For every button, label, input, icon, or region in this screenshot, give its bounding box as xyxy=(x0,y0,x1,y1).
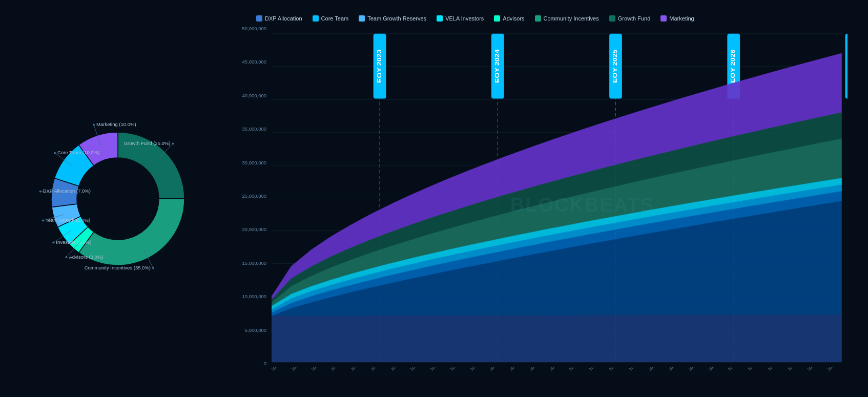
legend-color-dot xyxy=(535,15,541,22)
svg-point-1 xyxy=(172,142,174,144)
svg-point-5 xyxy=(65,256,67,258)
chart-section: DXP AllocationCore TeamTeam Growth Reser… xyxy=(231,10,848,387)
y-axis-label: 0 xyxy=(264,361,266,366)
donut-section: Growth Fund (25.0%)Community Incentives … xyxy=(20,117,215,281)
y-axis-label: 50,000,000 xyxy=(242,26,266,31)
x-axis-label: 2024-05 xyxy=(429,367,443,371)
x-axis-label: 2026-11 xyxy=(727,367,741,371)
svg-point-9 xyxy=(42,219,44,221)
x-axis-label: 2024-03 xyxy=(409,367,423,371)
x-axis-labels: 2023-012023-032023-052023-072023-092023-… xyxy=(272,367,848,387)
legend-color-dot xyxy=(313,15,319,22)
x-axis-label: 2024-07 xyxy=(449,367,463,371)
x-axis-label: 2027-01 xyxy=(747,367,761,371)
y-axis-label: 45,000,000 xyxy=(242,59,266,65)
area-chart-svg: EOY 2023EOY 2024EOY 2025EOY 2026EOY 2027 xyxy=(272,26,848,366)
legend-label: Marketing xyxy=(669,15,694,22)
legend-item: Community Incentives xyxy=(535,15,599,22)
legend-color-dot xyxy=(256,15,262,22)
donut-label: Growth Fund (25.0%) xyxy=(124,140,171,146)
svg-point-15 xyxy=(93,123,95,126)
x-axis-label: 2027-09 xyxy=(826,367,840,371)
x-axis-label: 2025-09 xyxy=(588,367,602,371)
legend-color-dot xyxy=(609,15,615,22)
legend-item: Team Growth Reserves xyxy=(359,15,426,22)
svg-text:EOY 2023: EOY 2023 xyxy=(377,49,382,83)
donut-label: Community Incentives (35.0%) xyxy=(85,265,151,270)
donut-wrapper: Growth Fund (25.0%)Community Incentives … xyxy=(36,117,200,281)
svg-text:EOY 2026: EOY 2026 xyxy=(730,49,736,83)
x-axis-label: 2026-09 xyxy=(708,367,721,371)
y-axis-label: 20,000,000 xyxy=(242,226,266,232)
legend-color-dot xyxy=(494,15,500,22)
x-axis-label: 2024-09 xyxy=(469,367,483,371)
legend-item: VELA Investors xyxy=(437,15,484,22)
x-axis-label: 2027-07 xyxy=(807,367,820,371)
legend-label: Team Growth Reserves xyxy=(367,15,426,22)
x-axis-label: 2024-11 xyxy=(489,367,503,371)
x-axis-label: 2025-05 xyxy=(549,367,563,371)
svg-rect-40 xyxy=(845,34,848,99)
legend-label: Advisors xyxy=(503,15,524,22)
legend-item: Marketing xyxy=(660,15,694,22)
donut-label: Advisors (3.0%) xyxy=(69,254,103,260)
legend-label: Growth Fund xyxy=(618,15,651,22)
svg-point-3 xyxy=(152,267,154,269)
x-axis-label: 2025-01 xyxy=(509,367,523,371)
legend-color-dot xyxy=(660,15,667,22)
y-axis-label: 40,000,000 xyxy=(242,93,266,98)
y-axis-label: 10,000,000 xyxy=(242,294,266,299)
donut-label: Team Growth (5.0%) xyxy=(46,217,90,223)
y-axis-label: 5,000,000 xyxy=(245,327,266,333)
donut-chart-svg xyxy=(36,117,200,281)
main-container: Growth Fund (25.0%)Community Incentives … xyxy=(0,0,868,397)
x-axis-label: 2025-11 xyxy=(608,367,622,371)
area-chart-container: 50,000,00045,000,00040,000,00035,000,000… xyxy=(231,26,848,387)
legend-item: Core Team xyxy=(313,15,349,22)
x-axis-label: 2026-05 xyxy=(668,367,681,371)
y-axis-label: 35,000,000 xyxy=(242,126,266,132)
x-axis-label: 2027-11 xyxy=(846,367,848,371)
legend-label: DXP Allocation xyxy=(265,15,302,22)
y-axis-label: 25,000,000 xyxy=(242,193,266,199)
donut-label: Marketing (10.0%) xyxy=(96,121,136,127)
donut-label: Investors (5.0%) xyxy=(56,239,91,245)
legend: DXP AllocationCore TeamTeam Growth Reser… xyxy=(231,10,848,26)
svg-point-7 xyxy=(52,241,54,243)
legend-label: VELA Investors xyxy=(445,15,484,22)
legend-item: Growth Fund xyxy=(609,15,651,22)
svg-text:EOY 2025: EOY 2025 xyxy=(612,49,618,83)
legend-label: Community Incentives xyxy=(544,15,599,22)
donut-label: Core Team (10.0%) xyxy=(57,150,99,155)
svg-point-13 xyxy=(54,152,56,154)
x-axis-label: 2026-03 xyxy=(648,367,662,371)
x-axis-label: 2023-07 xyxy=(330,367,344,371)
legend-color-dot xyxy=(359,15,365,22)
x-axis-label: 2023-11 xyxy=(370,367,384,371)
x-axis-label: 2023-05 xyxy=(311,367,324,371)
x-axis-label: 2023-09 xyxy=(350,367,364,371)
legend-item: Advisors xyxy=(494,15,524,22)
y-axis-label: 15,000,000 xyxy=(242,260,266,266)
y-axis-label: 30,000,000 xyxy=(242,160,266,165)
svg-point-11 xyxy=(39,190,42,192)
legend-color-dot xyxy=(437,15,443,22)
legend-item: DXP Allocation xyxy=(256,15,302,22)
x-axis-label: 2025-03 xyxy=(529,367,543,371)
svg-text:EOY 2024: EOY 2024 xyxy=(494,49,500,83)
x-axis-label: 2027-03 xyxy=(767,367,781,371)
x-axis-label: 2026-01 xyxy=(628,367,642,371)
x-axis-label: 2023-01 xyxy=(272,367,284,371)
x-axis-label: 2027-05 xyxy=(787,367,801,371)
y-axis-labels: 50,000,00045,000,00040,000,00035,000,000… xyxy=(231,26,271,366)
x-axis-label: 2026-07 xyxy=(688,367,701,371)
donut-label: DXP Allocation (7.0%) xyxy=(43,188,91,194)
legend-label: Core Team xyxy=(321,15,349,22)
x-axis-label: 2024-01 xyxy=(390,367,404,371)
x-axis-label: 2023-03 xyxy=(291,367,304,371)
x-axis-label: 2025-07 xyxy=(568,367,582,371)
